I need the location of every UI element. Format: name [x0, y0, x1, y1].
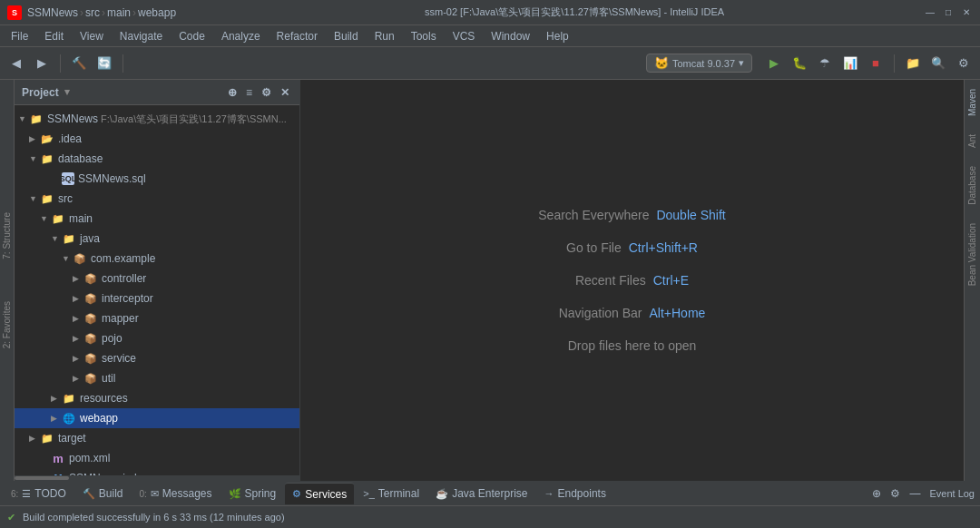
- spring-tab-icon: 🌿: [229, 488, 241, 500]
- tree-item-ssmnews[interactable]: ▼ 📁 SSMNews F:\Java\笔头\项目实践\11.27博客\SSMN…: [15, 109, 299, 129]
- tree-item-src[interactable]: ▼ 📁 src: [15, 189, 299, 209]
- sync-button[interactable]: 🔄: [93, 53, 115, 74]
- sidebar-settings-button[interactable]: ⚙: [259, 85, 274, 100]
- tree-item-main[interactable]: ▼ 📁 main: [15, 209, 299, 229]
- tree-item-controller[interactable]: ▶ 📦 controller: [15, 269, 299, 288]
- menu-vcs[interactable]: VCS: [446, 28, 483, 44]
- webapp-icon: 🌐: [62, 411, 76, 425]
- tree-item-webapp[interactable]: ▶ 🌐 webapp: [15, 408, 299, 428]
- menu-build[interactable]: Build: [327, 28, 366, 44]
- tree-scrollbar-thumb: [15, 476, 69, 480]
- status-bar: ✔ Build completed successfully in 6 s 33…: [0, 506, 980, 528]
- menu-run[interactable]: Run: [368, 28, 402, 44]
- tree-item-target[interactable]: ▶ 📁 target: [15, 428, 299, 448]
- services-tab[interactable]: ⚙ Services: [285, 483, 354, 504]
- debug-button[interactable]: 🐛: [789, 53, 810, 74]
- package-icon-interceptor: 📦: [83, 291, 98, 306]
- bottom-minimize-button[interactable]: —: [907, 485, 922, 502]
- folder-icon-main: 📁: [51, 211, 65, 226]
- terminal-tab-label: Terminal: [378, 487, 419, 500]
- tree-item-com-example[interactable]: ▼ 📦 com.example: [15, 249, 299, 269]
- bottom-tab-bar: 6: ☰ TODO 🔨 Build 0: ✉ Messages 🌿 Spring…: [0, 482, 980, 506]
- tree-label-database: database: [58, 152, 103, 165]
- hint-goto-file: Go to File Ctrl+Shift+R: [566, 240, 698, 255]
- tree-item-sql[interactable]: SQL SSMNews.sql: [15, 169, 299, 189]
- tree-item-resources[interactable]: ▶ 📁 resources: [15, 388, 299, 408]
- coverage-button[interactable]: ☂: [814, 53, 836, 74]
- tomcat-run-config[interactable]: 🐱 Tomcat 9.0.37 ▾: [646, 54, 752, 73]
- bottom-add-button[interactable]: ⊕: [870, 485, 883, 502]
- tree-item-pojo[interactable]: ▶ 📦 pojo: [15, 328, 299, 348]
- minimize-button[interactable]: —: [924, 6, 936, 19]
- folder-icon-database: 📁: [40, 152, 54, 166]
- tree-item-service[interactable]: ▶ 📦 service: [15, 348, 299, 368]
- project-tree: ▼ 📁 SSMNews F:\Java\笔头\项目实践\11.27博客\SSMN…: [15, 105, 299, 475]
- tree-arrow-database: ▼: [29, 154, 40, 163]
- tree-item-database[interactable]: ▼ 📁 database: [15, 149, 299, 169]
- tomcat-icon: 🐱: [654, 56, 669, 70]
- profile-button[interactable]: 📊: [839, 53, 861, 74]
- bean-validation-tab[interactable]: Bean Validation: [965, 214, 979, 295]
- tree-arrow-webapp: ▶: [51, 414, 62, 423]
- tree-item-mapper[interactable]: ▶ 📦 mapper: [15, 308, 299, 328]
- run-button[interactable]: ▶: [763, 53, 785, 74]
- messages-tab[interactable]: 0: ✉ Messages: [132, 483, 219, 504]
- tree-scrollbar[interactable]: [15, 475, 299, 481]
- tree-arrow-java: ▼: [51, 234, 62, 243]
- menu-navigate[interactable]: Navigate: [113, 28, 170, 44]
- hint-key-recent: Ctrl+E: [653, 273, 689, 288]
- menu-edit[interactable]: Edit: [37, 28, 71, 44]
- menu-file[interactable]: File: [4, 28, 35, 44]
- back-button[interactable]: ◀: [5, 53, 27, 74]
- menu-tools[interactable]: Tools: [404, 28, 444, 44]
- search-everywhere-button[interactable]: 🔍: [927, 53, 949, 74]
- tree-label-controller: controller: [102, 272, 146, 285]
- file-manager-button[interactable]: 📁: [902, 53, 924, 74]
- tree-item-iml[interactable]: M SSMNews.iml: [15, 468, 299, 475]
- hint-navigation-bar: Navigation Bar Alt+Home: [559, 306, 706, 320]
- tree-item-interceptor[interactable]: ▶ 📦 interceptor: [15, 288, 299, 308]
- close-button[interactable]: ✕: [960, 6, 973, 19]
- structure-tab[interactable]: 7: Structure: [0, 205, 14, 267]
- tree-label-webapp: webapp: [80, 412, 118, 425]
- maven-tab[interactable]: Maven: [965, 80, 979, 125]
- spring-tab[interactable]: 🌿 Spring: [221, 483, 284, 504]
- tomcat-label: Tomcat 9.0.37: [672, 58, 735, 69]
- bottom-settings-button[interactable]: ⚙: [888, 485, 902, 502]
- ant-tab[interactable]: Ant: [965, 125, 979, 157]
- menu-refactor[interactable]: Refactor: [270, 28, 325, 44]
- tree-arrow-idea: ▶: [29, 134, 40, 143]
- maximize-button[interactable]: □: [942, 6, 955, 19]
- stop-button[interactable]: ■: [865, 53, 887, 74]
- endpoints-icon: →: [544, 488, 554, 499]
- menu-help[interactable]: Help: [539, 28, 576, 44]
- forward-button[interactable]: ▶: [31, 53, 53, 74]
- favorites-tab[interactable]: 2: Favorites: [0, 294, 14, 356]
- tree-item-idea[interactable]: ▶ 📂 .idea: [15, 129, 299, 149]
- endpoints-tab[interactable]: → Endpoints: [537, 483, 613, 504]
- tree-item-util[interactable]: ▶ 📦 util: [15, 368, 299, 388]
- tree-item-java[interactable]: ▼ 📁 java: [15, 229, 299, 249]
- sidebar-locate-button[interactable]: ⊕: [225, 85, 240, 100]
- tree-arrow-com-example: ▼: [62, 254, 73, 263]
- terminal-tab[interactable]: >_ Terminal: [356, 483, 426, 504]
- toolbar: ◀ ▶ 🔨 🔄 🐱 Tomcat 9.0.37 ▾ ▶ 🐛 ☂ 📊 ■ 📁 🔍 …: [0, 47, 980, 80]
- hint-key-nav: Alt+Home: [649, 306, 705, 320]
- menu-window[interactable]: Window: [484, 28, 537, 44]
- status-success-icon: ✔: [7, 512, 15, 523]
- build-tab[interactable]: 🔨 Build: [75, 483, 131, 504]
- java-enterprise-tab[interactable]: ☕ Java Enterprise: [428, 483, 534, 504]
- project-panel-dropdown[interactable]: ▾: [64, 86, 70, 98]
- sidebar-close-button[interactable]: ✕: [278, 85, 292, 100]
- tree-item-pom-xml[interactable]: m pom.xml: [15, 448, 299, 468]
- sidebar-collapse-button[interactable]: ≡: [243, 85, 255, 100]
- todo-tab[interactable]: 6: ☰ TODO: [4, 483, 74, 504]
- event-log-button[interactable]: Event Log: [927, 486, 976, 501]
- menu-view[interactable]: View: [73, 28, 111, 44]
- settings-button[interactable]: ⚙: [953, 53, 975, 74]
- hint-label-goto: Go to File: [566, 240, 622, 255]
- menu-code[interactable]: Code: [172, 28, 212, 44]
- build-button[interactable]: 🔨: [68, 53, 90, 74]
- menu-analyze[interactable]: Analyze: [214, 28, 268, 44]
- database-tab[interactable]: Database: [965, 157, 979, 214]
